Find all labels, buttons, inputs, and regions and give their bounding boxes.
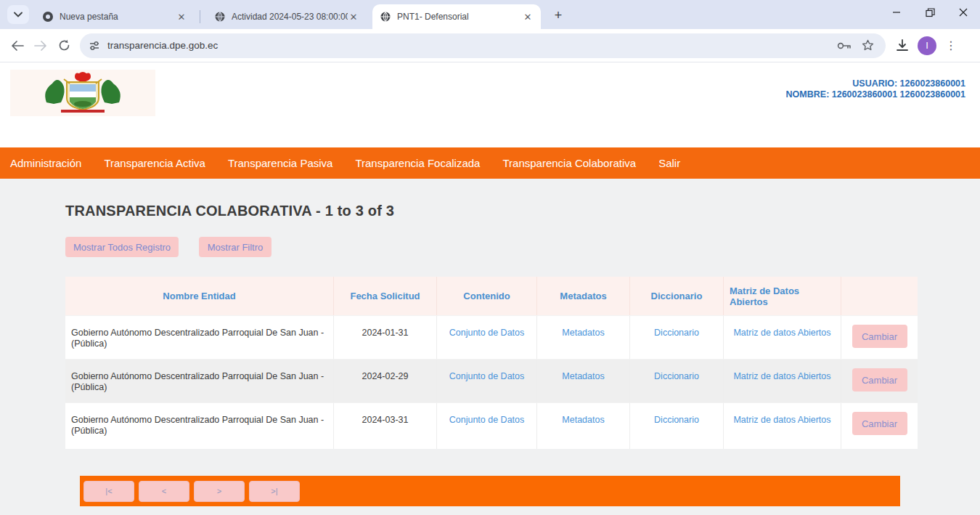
matriz-datos-abiertos-link[interactable]: Matriz de datos Abiertos: [733, 415, 830, 425]
table-row: Gobierno Autónomo Descentralizado Parroq…: [65, 315, 918, 359]
entity-name: Gobierno Autónomo Descentralizado Parroq…: [65, 316, 334, 359]
globe-icon: [380, 11, 391, 23]
entity-name: Gobierno Autónomo Descentralizado Parroq…: [65, 403, 334, 449]
bookmark-star-icon[interactable]: [862, 39, 874, 52]
site-settings-icon[interactable]: [89, 40, 100, 52]
matriz-datos-abiertos-link[interactable]: Matriz de datos Abiertos: [733, 371, 830, 381]
metadatos-link[interactable]: Metadatos: [562, 328, 604, 338]
col-header-actions: [841, 277, 918, 315]
tab-title: PNT1- Defensorial: [397, 12, 469, 22]
page-content: TRANSPARENCIA COLABORATIVA - 1 to 3 of 3…: [0, 179, 980, 515]
col-header-contenido: Contenido: [437, 277, 537, 315]
browser-toolbar: transparencia.dpe.gob.ec I ⋮: [0, 29, 980, 62]
conjunto-de-datos-link[interactable]: Conjunto de Datos: [449, 328, 525, 338]
cambiar-button[interactable]: Cambiar: [852, 412, 907, 435]
minimize-button[interactable]: [880, 0, 913, 25]
new-tab-button[interactable]: +: [550, 7, 566, 23]
pagination-last-button[interactable]: >|: [249, 481, 300, 502]
table-row: Gobierno Autónomo Descentralizado Parroq…: [65, 359, 918, 402]
mostrar-todos-registro-button[interactable]: Mostrar Todos Registro: [65, 237, 179, 257]
cambiar-button[interactable]: Cambiar: [852, 368, 907, 392]
close-icon[interactable]: ✕: [522, 11, 534, 23]
close-icon[interactable]: ✕: [176, 11, 187, 23]
diccionario-link[interactable]: Diccionario: [654, 328, 699, 338]
pagination-first-button[interactable]: |<: [83, 481, 134, 502]
tab-separator: [200, 10, 200, 23]
entity-name: Gobierno Autónomo Descentralizado Parroq…: [65, 360, 334, 402]
tab-search-button[interactable]: [7, 5, 29, 24]
nav-item-transparencia-pasiva[interactable]: Transparencia Pasiva: [228, 157, 333, 169]
pagination-prev-button[interactable]: <: [139, 481, 189, 502]
table-row: Gobierno Autónomo Descentralizado Parroq…: [65, 402, 918, 449]
fecha-solicitud: 2024-02-29: [334, 360, 437, 402]
tab-title: Nueva pestaña: [60, 12, 118, 22]
close-icon[interactable]: ✕: [348, 11, 359, 23]
table-header-row: Nombre Entidad Fecha Solicitud Contenido…: [65, 277, 918, 315]
nombre-line: NOMBRE: 1260023860001 1260023860001: [786, 89, 965, 100]
back-button[interactable]: [6, 34, 29, 57]
fecha-solicitud: 2024-03-31: [334, 403, 437, 449]
diccionario-link[interactable]: Diccionario: [654, 371, 699, 381]
nav-item-transparencia-activa[interactable]: Transparencia Activa: [104, 157, 205, 169]
nav-item-salir[interactable]: Salir: [658, 157, 680, 169]
nav-item-transparencia-focalizada[interactable]: Transparencia Focalizada: [355, 157, 480, 169]
diccionario-link[interactable]: Diccionario: [654, 415, 699, 425]
pagination-bar: |< < > >|: [80, 476, 900, 506]
site-header: USUARIO: 1260023860001 NOMBRE: 126002386…: [0, 62, 980, 147]
tab-actividad[interactable]: Actividad 2024-05-23 08:00:00 ✕: [207, 4, 367, 29]
password-key-icon[interactable]: [837, 41, 852, 50]
matriz-datos-abiertos-link[interactable]: Matriz de datos Abiertos: [733, 328, 830, 338]
window-controls: [880, 0, 980, 25]
forward-button[interactable]: [29, 34, 52, 57]
col-header-matriz: Matriz de Datos Abiertos: [724, 277, 841, 315]
usuario-line: USUARIO: 1260023860001: [786, 78, 965, 89]
col-header-metadatos: Metadatos: [537, 277, 630, 315]
reload-button[interactable]: [52, 34, 75, 57]
profile-avatar[interactable]: I: [918, 36, 936, 55]
tab-pnt1-defensorial[interactable]: PNT1- Defensorial ✕: [372, 4, 541, 29]
institution-logo[interactable]: [10, 70, 155, 116]
address-bar[interactable]: transparencia.dpe.gob.ec: [80, 33, 886, 58]
mostrar-filtro-button[interactable]: Mostrar Filtro: [199, 237, 271, 257]
close-window-button[interactable]: [947, 0, 980, 25]
pagination-next-button[interactable]: >: [194, 481, 245, 502]
nav-item-administracion[interactable]: Administración: [10, 157, 81, 169]
chevron-down-icon: [14, 12, 23, 17]
fecha-solicitud: 2024-01-31: [334, 316, 437, 359]
conjunto-de-datos-link[interactable]: Conjunto de Datos: [449, 371, 525, 381]
records-table: Nombre Entidad Fecha Solicitud Contenido…: [65, 277, 918, 449]
main-navbar: Administración Transparencia Activa Tran…: [0, 147, 980, 179]
url-text[interactable]: transparencia.dpe.gob.ec: [107, 40, 837, 51]
col-header-diccionario: Diccionario: [630, 277, 724, 315]
chrome-icon: [42, 11, 54, 23]
metadatos-link[interactable]: Metadatos: [562, 371, 604, 381]
globe-icon: [214, 11, 226, 23]
restore-button[interactable]: [913, 0, 947, 25]
page-title: TRANSPARENCIA COLABORATIVA - 1 to 3 of 3: [65, 203, 394, 219]
coat-of-arms-image: [39, 72, 126, 114]
col-header-fecha-solicitud: Fecha Solicitud: [334, 277, 437, 315]
user-info: USUARIO: 1260023860001 NOMBRE: 126002386…: [786, 78, 965, 100]
cambiar-button[interactable]: Cambiar: [852, 325, 907, 348]
tab-title: Actividad 2024-05-23 08:00:00: [232, 12, 348, 22]
browser-menu-icon[interactable]: ⋮: [945, 38, 957, 52]
conjunto-de-datos-link[interactable]: Conjunto de Datos: [449, 415, 525, 425]
tab-nueva-pestana[interactable]: Nueva pestaña ✕: [35, 4, 195, 29]
download-icon[interactable]: [896, 39, 909, 52]
metadatos-link[interactable]: Metadatos: [562, 415, 604, 425]
nav-item-transparencia-colaborativa[interactable]: Transparencia Colaborativa: [502, 157, 636, 169]
browser-tab-strip: Nueva pestaña ✕ Actividad 2024-05-23 08:…: [0, 0, 980, 29]
col-header-nombre-entidad: Nombre Entidad: [65, 277, 334, 315]
